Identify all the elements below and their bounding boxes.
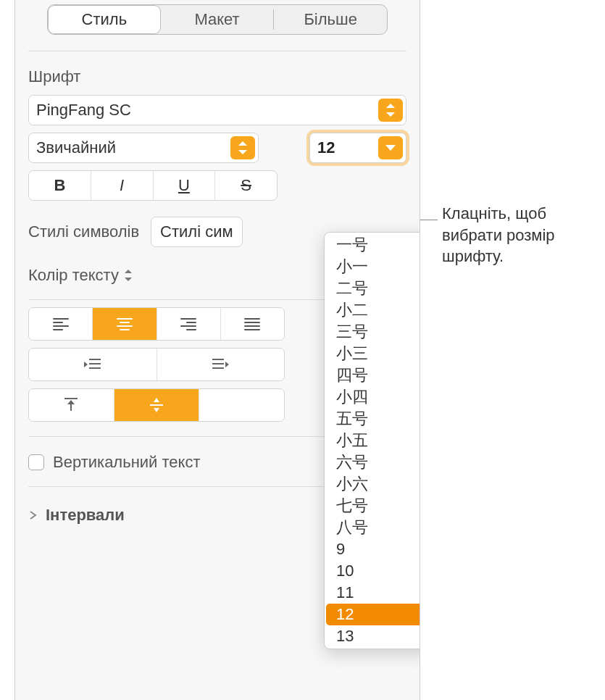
chevron-right-icon [28,510,38,520]
format-panel: Стиль Макет Більше Шрифт PingFang SC Зви… [14,0,420,700]
strike-label: S [241,176,251,195]
updown-icon [238,141,247,154]
font-size-dropdown[interactable]: 一号小一二号小二三号小三四号小四五号小五六号小六七号八号910111213 [324,232,420,649]
valign-middle-icon [149,396,164,414]
font-section-title: Шрифт [28,67,406,86]
size-option[interactable]: 七号 [326,495,420,517]
align-justify-icon [244,318,260,330]
size-option[interactable]: 小四 [326,386,420,408]
bold-label: B [54,176,65,195]
horizontal-align-segment [28,307,285,341]
font-size-dropdown-button[interactable] [378,136,403,159]
valign-top-icon [63,396,79,414]
valign-middle-button[interactable] [114,389,200,421]
underline-button[interactable]: U [154,171,216,200]
valign-top-button[interactable] [29,389,114,421]
size-option[interactable]: 四号 [326,364,420,386]
size-option[interactable]: 二号 [326,278,420,299]
bold-button[interactable]: B [29,171,91,200]
updown-icon [386,104,395,117]
tab-strip: Стиль Макет Більше [47,4,388,35]
chevron-down-icon [385,145,396,151]
align-right-button[interactable] [157,308,221,340]
tab-more[interactable]: Більше [274,5,387,34]
tab-layout[interactable]: Макет [161,5,274,34]
strike-button[interactable]: S [215,171,277,200]
size-option[interactable]: 12 [326,604,420,625]
tab-more-label: Більше [304,10,357,29]
size-option[interactable]: 小三 [326,343,420,364]
size-option[interactable]: 小五 [326,430,420,451]
font-family-select[interactable]: PingFang SC [28,95,406,125]
char-styles-value: Стилі сим [160,222,233,241]
callout-leader [420,220,438,220]
size-option[interactable]: 11 [326,582,420,604]
vertical-text-label: Вертикальний текст [53,453,201,472]
italic-label: I [120,176,124,195]
align-right-icon [180,318,196,330]
font-weight-select[interactable]: Звичайний [28,133,259,163]
size-option[interactable]: 小六 [326,473,420,495]
tab-style-label: Стиль [82,10,128,29]
font-weight-dropdown-button[interactable] [230,136,255,159]
vertical-text-checkbox[interactable] [28,454,44,470]
underline-label: U [178,176,190,195]
size-option[interactable]: 13 [326,625,420,647]
indent-icon [211,357,230,372]
font-family-value: PingFang SC [36,101,131,120]
tab-layout-label: Макет [194,10,239,29]
align-center-button[interactable] [93,308,157,340]
text-color-label: Колір тексту [28,266,119,285]
font-size-value: 12 [317,138,335,157]
outdent-icon [83,357,102,372]
svg-marker-3 [84,362,88,367]
size-option[interactable]: 三号 [326,321,420,343]
tab-style[interactable]: Стиль [48,5,161,34]
svg-marker-13 [154,408,159,412]
vertical-align-segment [28,388,285,422]
size-option[interactable]: 五号 [326,408,420,430]
size-option[interactable]: 一号 [326,234,420,256]
text-style-segment: B I U S [28,170,278,201]
size-option[interactable]: 9 [326,538,420,560]
font-size-field[interactable]: 12 [309,133,406,163]
font-weight-value: Звичайний [36,138,116,157]
italic-button[interactable]: I [91,171,154,200]
updown-icon [125,269,133,282]
svg-marker-10 [67,400,75,404]
char-styles-select[interactable]: Стилі сим [151,217,243,247]
intervals-label: Інтервали [46,506,125,525]
size-option[interactable]: 八号 [326,517,420,538]
indent-segment [28,348,285,381]
size-option[interactable]: 小二 [326,299,420,321]
size-option[interactable]: 小一 [326,256,420,278]
size-option[interactable]: 10 [326,560,420,582]
svg-marker-12 [154,398,159,402]
valign-bottom-button[interactable] [199,389,284,421]
align-left-icon [53,318,69,330]
indent-button[interactable] [157,349,285,380]
align-justify-button[interactable] [221,308,284,340]
size-option[interactable]: 六号 [326,451,420,473]
char-styles-label: Стилі символів [28,222,139,241]
align-left-button[interactable] [29,308,93,340]
align-center-icon [117,318,133,330]
svg-marker-7 [225,362,229,367]
callout-text: Клацніть, щоб вибрати розмір шрифту. [442,203,598,267]
divider [28,51,406,51]
outdent-button[interactable] [29,349,157,380]
font-family-dropdown-button[interactable] [378,99,403,122]
